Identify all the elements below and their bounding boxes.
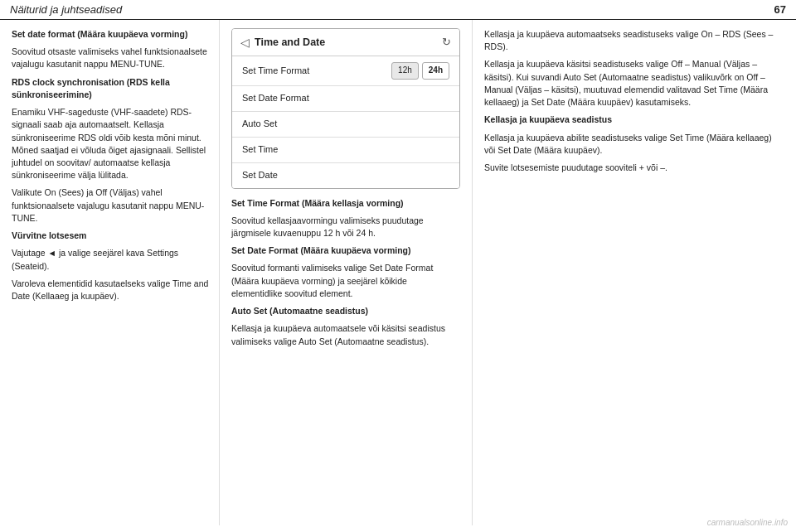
main-content: Set date format (Määra kuupäeva vorming)… (0, 20, 796, 525)
left-heading-3: Vürvitne lotsesem (12, 230, 86, 240)
center-heading-3: Auto Set (Automaatne seadistus) (231, 306, 368, 316)
header-title: Näiturid ja juhtseadised (10, 3, 122, 16)
screen-title: Time and Date (255, 35, 325, 50)
time-format-buttons: 12h 24h (391, 62, 449, 80)
menu-item-set-time-format[interactable]: Set Time Format 12h 24h (232, 56, 459, 86)
right-para-4: Suvite lotsesemiste puudutage sooviteli … (484, 162, 784, 174)
left-heading-2: RDS clock synchronisation (RDS kella sün… (12, 77, 170, 99)
right-heading-1: Kellasja ja kuupäeva seadistus (484, 114, 612, 124)
left-para-3: Valikute On (Sees) ja Off (Väljas) vahel… (12, 186, 209, 225)
center-heading-2: Set Date Format (Määra kuupäeva vorming) (231, 245, 410, 255)
center-para-1: Soovitud kellasjaavormingu valimiseks pu… (231, 215, 460, 239)
page-header: Näiturid ja juhtseadised 67 (0, 0, 796, 20)
left-para-1: Soovitud otsaste valimiseks vahel funkts… (12, 46, 209, 70)
center-column: ◁ Time and Date ↻ Set Time Format 12h 24… (220, 20, 473, 525)
screen-menu: Set Time Format 12h 24h Set Date Format … (232, 56, 459, 187)
center-para-2: Soovitud formanti valimiseks valige Set … (231, 262, 460, 300)
12h-button[interactable]: 12h (391, 62, 419, 80)
left-para-5: Varoleva elementidid kasutaelseks valige… (12, 278, 209, 302)
left-para-2: Enamiku VHF-sageduste (VHF-saadete) RDS-… (12, 106, 209, 181)
right-para-3: Kellasja ja kuupäeva abilite seadistusek… (484, 132, 784, 157)
right-para-2: Kellasja ja kuupäeva käsitsi seadistusek… (484, 58, 784, 109)
center-para-3: Kellasja ja kuupäeva automaatsele või kä… (231, 322, 460, 347)
footer-watermark: carmanualsonline.info (707, 518, 788, 527)
right-para-1: Kellasja ja kuupäeva automaatseks seadis… (484, 28, 784, 53)
menu-item-auto-set[interactable]: Auto Set (232, 112, 459, 138)
menu-item-label-set-time: Set Time (242, 143, 278, 157)
screen-header: ◁ Time and Date ↻ (232, 29, 459, 56)
menu-item-set-date-format[interactable]: Set Date Format (232, 86, 459, 112)
right-column: Kellasja ja kuupäeva automaatseks seadis… (473, 20, 796, 525)
back-icon[interactable]: ◁ (240, 34, 250, 51)
center-heading-1: Set Time Format (Määra kellasja vorming) (231, 198, 404, 208)
24h-button[interactable]: 24h (422, 62, 449, 80)
header-page: 67 (774, 3, 786, 16)
menu-item-label-set-date: Set Date (242, 169, 278, 182)
left-para-4: Vajutage ◄ ja valige seejärel kava Setti… (12, 247, 209, 272)
menu-item-label-time-format: Set Time Format (242, 65, 309, 78)
menu-item-label-date-format: Set Date Format (242, 92, 309, 105)
screen-header-left: ◁ Time and Date (240, 34, 325, 51)
device-screen-mockup: ◁ Time and Date ↻ Set Time Format 12h 24… (231, 28, 460, 189)
menu-item-label-auto-set: Auto Set (242, 118, 277, 131)
menu-item-set-date[interactable]: Set Date (232, 163, 459, 188)
left-heading-1: Set date format (Määra kuupäeva vorming) (12, 29, 187, 39)
left-column: Set date format (Määra kuupäeva vorming)… (0, 20, 220, 525)
refresh-icon[interactable]: ↻ (442, 35, 451, 51)
menu-item-set-time[interactable]: Set Time (232, 138, 459, 163)
